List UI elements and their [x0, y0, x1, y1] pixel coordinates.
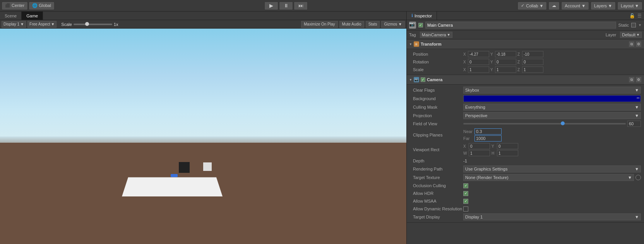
- pos-z-input[interactable]: [522, 51, 543, 57]
- vp-y-input[interactable]: [497, 143, 518, 149]
- camera-component-header[interactable]: ▼ 📷 ✓ Camera ⧉ ⚙: [407, 75, 644, 85]
- aspect-select[interactable]: Free Aspect ▼: [27, 21, 57, 28]
- occlusion-checkbox[interactable]: ✓: [463, 183, 468, 188]
- scale-slider[interactable]: [74, 24, 112, 25]
- pos-x-input[interactable]: [468, 51, 489, 57]
- target-texture-dropdown[interactable]: None (Render Texture) ▼: [463, 174, 634, 181]
- target-display-value: Display 1: [465, 215, 483, 219]
- scene-tab-label: Scene: [5, 14, 17, 18]
- display-label: Display 1: [3, 22, 19, 26]
- allow-hdr-checkbox[interactable]: ✓: [463, 191, 468, 196]
- projection-arrow: ▼: [635, 113, 639, 118]
- target-display-arrow: ▼: [635, 215, 639, 219]
- layers-button[interactable]: Layers ▼: [591, 2, 616, 10]
- target-texture-label: Target Texture: [413, 175, 463, 180]
- rotation-row: Rotation X Y Z: [407, 58, 644, 66]
- fov-label: Field of View: [413, 121, 463, 126]
- layout-button[interactable]: Layout ▼: [617, 2, 642, 10]
- transform-component-header[interactable]: ▼ ⊞ Transform ⧉ ⚙: [407, 39, 644, 49]
- scale-row: Scale X Y Z: [407, 66, 644, 73]
- tag-arrow: ▼: [447, 33, 450, 37]
- lock-icon[interactable]: 🔓: [629, 12, 636, 19]
- rot-z-label: Z: [517, 60, 521, 64]
- clipping-row: Clipping Planes Near Far: [407, 128, 644, 142]
- projection-dropdown[interactable]: Perspective ▼: [463, 112, 641, 119]
- far-input[interactable]: [474, 135, 502, 142]
- display-select[interactable]: Display 1 ▼: [2, 21, 26, 28]
- target-display-dropdown[interactable]: Display 1 ▼: [463, 213, 641, 220]
- layer-dropdown[interactable]: Default ▼: [620, 32, 642, 38]
- collab-button[interactable]: ✓ Collab ▼: [517, 2, 547, 10]
- static-arrow[interactable]: ▼: [638, 23, 642, 27]
- display-arrow: ▼: [20, 22, 24, 26]
- fov-slider[interactable]: [463, 123, 626, 125]
- vp-w-input[interactable]: [469, 150, 490, 156]
- scale-y-field: Y: [490, 67, 516, 73]
- vp-x-input[interactable]: [469, 143, 490, 149]
- rot-x-input[interactable]: [468, 59, 489, 65]
- hamburger-icon[interactable]: ☰: [637, 12, 642, 19]
- near-input[interactable]: [474, 128, 502, 135]
- dynamic-resolution-checkbox[interactable]: [463, 206, 468, 212]
- static-checkbox[interactable]: [631, 23, 636, 27]
- fov-input[interactable]: [627, 121, 641, 127]
- white-platform: [122, 177, 223, 197]
- rendering-path-dropdown[interactable]: Use Graphics Settings ▼: [463, 166, 641, 172]
- transform-settings-btn[interactable]: ⚙: [635, 41, 642, 47]
- rendering-path-row: Rendering Path Use Graphics Settings ▼: [407, 165, 644, 173]
- culling-mask-dropdown[interactable]: Everything ▼: [463, 104, 641, 111]
- transform-copy-btn[interactable]: ⧉: [629, 41, 635, 47]
- occlusion-row: Occlusion Culling ✓: [407, 182, 644, 189]
- center-btn[interactable]: ⬛ Center: [2, 2, 28, 10]
- tag-dropdown[interactable]: MainCamera ▼: [420, 32, 452, 38]
- camera-active-checkbox[interactable]: ✓: [421, 77, 425, 82]
- cloud-button[interactable]: ☁: [548, 2, 560, 10]
- position-label: Position: [413, 52, 463, 56]
- scale-thumb: [85, 22, 89, 26]
- aspect-arrow: ▼: [51, 22, 55, 26]
- scale-y-label: Y: [490, 68, 494, 72]
- pos-x-field: X: [463, 51, 489, 57]
- scale-x-label: X: [463, 68, 467, 72]
- dynamic-resolution-label: Allow Dynamic Resolution: [413, 206, 463, 211]
- allow-hdr-row: Allow HDR ✓: [407, 189, 644, 197]
- scale-z-input[interactable]: [522, 67, 543, 73]
- pos-y-input[interactable]: [495, 51, 516, 57]
- allow-msaa-checkbox[interactable]: ✓: [463, 199, 468, 204]
- camera-header-label: Camera: [427, 77, 627, 82]
- camera-buttons: ⧉ ⚙: [629, 77, 642, 83]
- maximize-btn[interactable]: Maximize On Play: [301, 21, 338, 28]
- object-name-input[interactable]: [425, 22, 616, 29]
- mute-btn[interactable]: Mute Audio: [339, 21, 364, 28]
- vp-h-input[interactable]: [497, 150, 518, 156]
- rotation-label: Rotation: [413, 60, 463, 64]
- tab-scene[interactable]: Scene: [0, 12, 22, 20]
- target-texture-select-btn[interactable]: [635, 175, 641, 180]
- pause-button[interactable]: ⏸: [279, 2, 293, 10]
- background-color[interactable]: ✏: [463, 95, 641, 102]
- scale-y-input[interactable]: [495, 67, 516, 73]
- tag-label: Tag: [409, 32, 416, 37]
- camera-settings-btn[interactable]: ⚙: [635, 77, 642, 83]
- play-button[interactable]: ▶: [264, 2, 278, 10]
- gizmos-btn[interactable]: Gizmos ▼: [381, 21, 405, 28]
- game-viewport: [0, 29, 406, 244]
- rot-y-input[interactable]: [495, 59, 516, 65]
- camera-copy-btn[interactable]: ⧉: [629, 77, 635, 83]
- clear-flags-row: Clear Flags Skybox ▼: [407, 86, 644, 94]
- clear-flags-dropdown[interactable]: Skybox ▼: [463, 87, 641, 94]
- account-button[interactable]: Account ▼: [561, 2, 589, 10]
- tab-game[interactable]: Game: [22, 12, 43, 20]
- background-row: Background ✏: [407, 94, 644, 103]
- tab-inspector[interactable]: ℹ Inspector: [407, 12, 437, 20]
- rot-z-input[interactable]: [522, 59, 543, 65]
- scale-x-input[interactable]: [468, 67, 489, 73]
- stats-btn[interactable]: Stats: [366, 21, 380, 28]
- projection-label: Projection: [413, 113, 463, 118]
- target-texture-row: Target Texture None (Render Texture) ▼: [407, 173, 644, 182]
- global-btn[interactable]: 🌐 Global: [29, 2, 55, 10]
- step-button[interactable]: ⏭: [294, 2, 308, 10]
- tag-value: MainCamera: [422, 32, 446, 37]
- object-active-checkbox[interactable]: ✓: [418, 23, 423, 27]
- rendering-path-arrow: ▼: [635, 167, 639, 171]
